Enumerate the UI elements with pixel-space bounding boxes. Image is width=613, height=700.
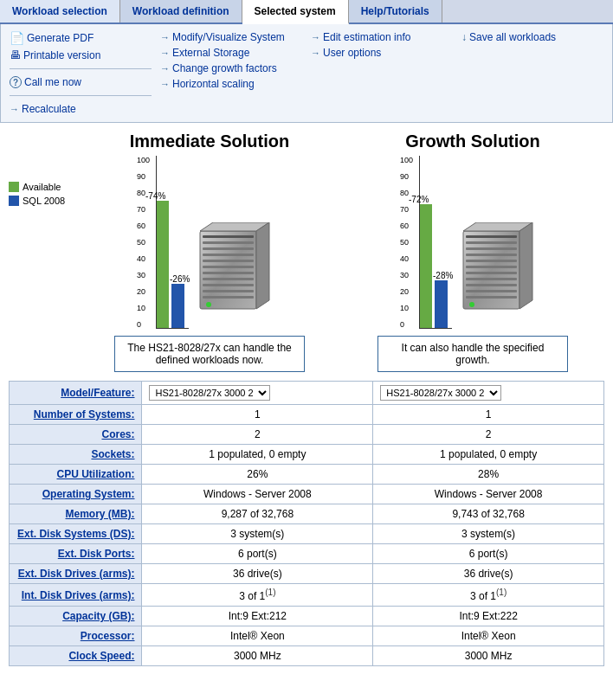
arrow-icon-edit: → — [311, 32, 320, 42]
clock-speed-link[interactable]: Clock Speed: — [68, 650, 134, 662]
ext-disk-systems-link[interactable]: Ext. Disk Systems (DS): — [17, 528, 134, 540]
change-growth-factors-link[interactable]: → Change growth factors — [160, 62, 302, 74]
growth-bar-green — [419, 204, 432, 329]
os-link[interactable]: Operating System: — [42, 488, 135, 500]
growth-cpu-util: 28% — [373, 465, 604, 485]
tab-selected-system[interactable]: Selected system — [242, 0, 349, 24]
growth-ext-disk-drives: 36 drive(s) — [373, 564, 604, 584]
growth-capacity: Int:9 Ext:222 — [373, 607, 604, 626]
svg-rect-26 — [466, 284, 517, 286]
legend-item-available: Available — [9, 182, 78, 192]
svg-marker-2 — [256, 222, 269, 309]
svg-rect-25 — [466, 278, 517, 280]
growth-processor: Intel® Xeon — [373, 626, 604, 646]
svg-rect-22 — [466, 260, 517, 262]
comparison-table: Model/Feature: HS21-8028/27x 3000 2 HS21… — [9, 381, 604, 666]
user-options-link[interactable]: → User options — [311, 47, 453, 59]
nav-col-3: → Edit estimation info → User options — [311, 31, 453, 115]
modify-visualize-link[interactable]: → Modify/Visualize System — [160, 31, 302, 43]
tabs-bar: Workload selection Workload definition S… — [0, 0, 613, 24]
tab-help-tutorials[interactable]: Help/Tutorials — [349, 0, 442, 22]
table-row-ext-disk-drives: Ext. Disk Drives (arms): 36 drive(s) 36 … — [10, 564, 604, 584]
horizontal-scaling-link[interactable]: → Horizontal scaling — [160, 78, 302, 90]
immediate-sockets: 1 populated, 0 empty — [142, 445, 373, 465]
printable-version-link[interactable]: 🖶 Printable version — [10, 48, 152, 61]
growth-server-svg — [459, 222, 545, 318]
immediate-ext-disk-ports: 6 port(s) — [142, 544, 373, 564]
growth-int-disk-drives: 3 of 1(1) — [373, 584, 604, 607]
model-feature-link[interactable]: Model/Feature: — [61, 387, 134, 399]
growth-clock-speed: 3000 MHz — [373, 646, 604, 666]
ext-disk-ports-link[interactable]: Ext. Disk Ports: — [58, 548, 135, 560]
memory-link[interactable]: Memory (MB): — [65, 508, 134, 520]
immediate-solution-title: Immediate Solution — [130, 132, 289, 151]
table-row-memory: Memory (MB): 9,287 of 32,768 9,743 of 32… — [10, 504, 604, 524]
immediate-message-text: The HS21-8028/27x can handle the defined… — [127, 342, 291, 366]
immediate-server-svg — [196, 222, 282, 318]
svg-rect-6 — [203, 254, 254, 256]
save-all-workloads-link[interactable]: ↓ Save all workloads — [461, 31, 603, 43]
legend-item-sql: SQL 2008 — [9, 196, 78, 206]
capacity-link[interactable]: Capacity (GB): — [62, 610, 134, 622]
svg-rect-4 — [203, 241, 254, 244]
svg-rect-10 — [203, 278, 254, 280]
immediate-int-disk-drives: 3 of 1(1) — [142, 584, 373, 607]
immediate-model-select[interactable]: HS21-8028/27x 3000 2 — [149, 385, 270, 401]
header-clock-speed: Clock Speed: — [10, 646, 142, 666]
growth-green-pct-label: -72% — [409, 195, 429, 204]
svg-marker-17 — [519, 222, 532, 309]
cores-link[interactable]: Cores: — [101, 428, 134, 440]
immediate-cores: 2 — [142, 425, 373, 445]
y-axis-labels-immediate: 100 90 80 70 60 50 40 30 20 10 0 — [137, 156, 154, 329]
immediate-memory: 9,287 of 32,768 — [142, 504, 373, 524]
table-row-cpu-util: CPU Utilization: 26% 28% — [10, 465, 604, 485]
growth-server-image — [459, 222, 545, 320]
svg-rect-28 — [466, 296, 517, 299]
svg-rect-11 — [203, 284, 254, 286]
arrow-icon-modify: → — [160, 32, 170, 42]
immediate-ext-disk-systems: 3 system(s) — [142, 524, 373, 544]
nav-col-4: ↓ Save all workloads — [461, 31, 603, 115]
growth-cores: 2 — [373, 425, 604, 445]
immediate-solution-visual: 100 90 80 70 60 50 40 30 20 10 0 — [78, 156, 341, 372]
legend-color-sql — [9, 196, 19, 206]
solution-titles: Immediate Solution Growth Solution — [9, 132, 604, 151]
table-row-ext-disk-systems: Ext. Disk Systems (DS): 3 system(s) 3 sy… — [10, 524, 604, 544]
svg-rect-20 — [466, 247, 517, 250]
table-row-ext-disk-ports: Ext. Disk Ports: 6 port(s) 6 port(s) — [10, 544, 604, 564]
edit-estimation-link[interactable]: → Edit estimation info — [311, 31, 453, 43]
external-storage-link[interactable]: → External Storage — [160, 47, 302, 59]
immediate-bar-chart: 100 90 80 70 60 50 40 30 20 10 0 — [137, 156, 189, 329]
arrow-icon-growth: → — [160, 63, 170, 74]
growth-message-text: It can also handle the specified growth. — [402, 342, 545, 366]
arrow-icon-horizontal: → — [160, 79, 170, 89]
table-row-cores: Cores: 2 2 — [10, 425, 604, 445]
svg-rect-8 — [203, 266, 254, 268]
generate-pdf-link[interactable]: 📄 Generate PDF — [10, 31, 152, 45]
tab-workload-selection[interactable]: Workload selection — [0, 0, 120, 22]
svg-rect-9 — [203, 272, 254, 274]
nav-col-2: → Modify/Visualize System → External Sto… — [160, 31, 302, 115]
cpu-util-link[interactable]: CPU Utilization: — [56, 468, 134, 480]
recalculate-link[interactable]: → Recalculate — [10, 103, 152, 115]
header-ext-disk-systems: Ext. Disk Systems (DS): — [10, 524, 142, 544]
ext-disk-drives-link[interactable]: Ext. Disk Drives (arms): — [18, 568, 135, 580]
call-me-now-link[interactable]: ? Call me now — [10, 76, 152, 88]
processor-link[interactable]: Processor: — [81, 630, 135, 642]
num-systems-link[interactable]: Number of Systems: — [34, 408, 135, 421]
svg-rect-5 — [203, 247, 254, 250]
tab-workload-definition[interactable]: Workload definition — [120, 0, 242, 22]
x-axis-line-growth — [419, 328, 452, 329]
sockets-link[interactable]: Sockets: — [91, 448, 134, 460]
svg-point-29 — [469, 302, 474, 307]
table-row-processor: Processor: Intel® Xeon Intel® Xeon — [10, 626, 604, 646]
growth-memory: 9,743 of 32,768 — [373, 504, 604, 524]
solutions-visual-area: Available SQL 2008 100 90 80 70 60 — [9, 156, 604, 372]
header-int-disk-drives: Int. Disk Drives (arms): — [10, 584, 142, 607]
table-row-capacity: Capacity (GB): Int:9 Ext:212 Int:9 Ext:2… — [10, 607, 604, 626]
arrow-icon-recalculate: → — [10, 104, 19, 114]
growth-model-select[interactable]: HS21-8028/27x 3000 2 — [380, 385, 501, 401]
header-os: Operating System: — [10, 485, 142, 504]
int-disk-drives-link[interactable]: Int. Disk Drives (arms): — [22, 589, 135, 601]
question-icon: ? — [10, 76, 22, 88]
